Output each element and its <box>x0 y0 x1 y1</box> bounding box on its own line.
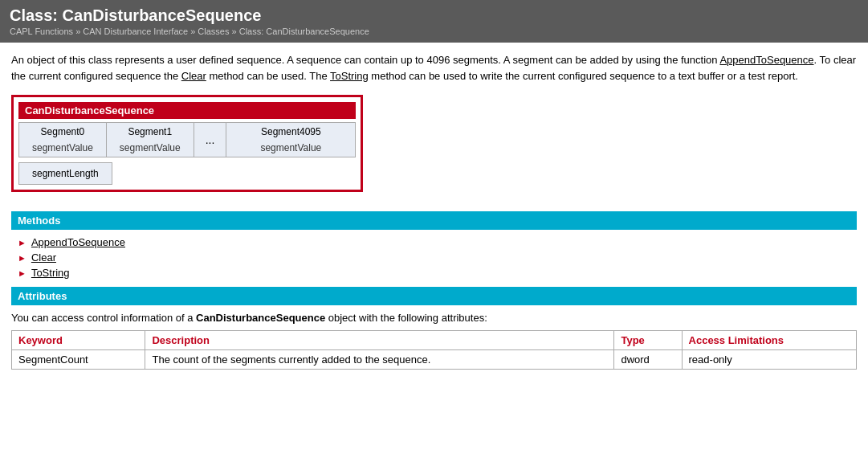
col-keyword: Keyword <box>12 331 145 350</box>
seg-name-1: Segment1 <box>120 126 181 137</box>
arrow-icon-2: ► <box>18 253 26 263</box>
header-bar: Class: CanDisturbanceSequence CAPL Funct… <box>0 0 868 43</box>
attributes-table: Keyword Description Type Access Limitati… <box>11 330 857 370</box>
attr-desc-prefix: You can access control information of a <box>11 312 196 324</box>
arrow-icon-3: ► <box>18 268 26 278</box>
table-cell-description: The count of the segments currently adde… <box>145 350 614 370</box>
desc-text3: method can be used. The <box>206 70 330 82</box>
page-title: Class: CanDisturbanceSequence <box>10 6 858 25</box>
method-item-appendtosequence: ► AppendToSequence <box>18 236 857 248</box>
appendtosequence-link[interactable]: AppendToSequence <box>719 54 813 66</box>
segment-length-row: segmentLength <box>18 162 356 185</box>
segment-ellipsis: ... <box>194 123 227 157</box>
arrow-icon-1: ► <box>18 238 26 247</box>
segment-length-box: segmentLength <box>18 162 112 185</box>
attr-desc-suffix: object with the following attributes: <box>325 312 487 324</box>
seg-val-4095: segmentValue <box>239 142 342 153</box>
method-item-tostring: ► ToString <box>18 267 857 279</box>
class-title: CanDisturbanceSequence <box>18 102 356 119</box>
col-description: Description <box>145 331 614 350</box>
main-content: An object of this class represents a use… <box>0 43 868 379</box>
method-item-clear: ► Clear <box>18 251 857 264</box>
methods-list: ► AppendToSequence ► Clear ► ToString <box>18 236 857 279</box>
seg-val-0: segmentValue <box>32 142 93 153</box>
desc-text4: method can be used to write the current … <box>369 70 798 82</box>
tostring-link-desc[interactable]: ToString <box>330 70 369 82</box>
seg-name-4095: Segment4095 <box>239 126 342 137</box>
method-link-clear[interactable]: Clear <box>31 251 56 264</box>
table-cell-keyword: SegmentCount <box>12 350 145 370</box>
seg-name-0: Segment0 <box>32 126 93 137</box>
segments-row: Segment0 segmentValue Segment1 segmentVa… <box>18 122 356 157</box>
table-row: SegmentCountThe count of the segments cu… <box>12 350 857 370</box>
table-cell-access: read-only <box>682 350 856 370</box>
table-cell-type: dword <box>614 350 682 370</box>
attr-class-name: CanDisturbanceSequence <box>196 312 325 324</box>
segment-cell-4095: Segment4095 segmentValue <box>226 123 355 157</box>
description-paragraph: An object of this class represents a use… <box>11 52 857 84</box>
segment-cell-0: Segment0 segmentValue <box>19 123 107 157</box>
breadcrumb: CAPL Functions » CAN Disturbance Interfa… <box>10 27 858 36</box>
desc-text1: An object of this class represents a use… <box>11 54 719 66</box>
col-access: Access Limitations <box>682 331 856 350</box>
method-link-tostring[interactable]: ToString <box>31 267 70 279</box>
attributes-header: Attributes <box>11 287 857 305</box>
col-type: Type <box>614 331 682 350</box>
methods-header: Methods <box>11 211 857 230</box>
segment-cell-1: Segment1 segmentValue <box>107 123 194 157</box>
attributes-description: You can access control information of a … <box>11 312 857 324</box>
method-link-appendtosequence[interactable]: AppendToSequence <box>31 236 125 248</box>
table-header-row: Keyword Description Type Access Limitati… <box>12 331 857 350</box>
seg-val-1: segmentValue <box>120 142 181 153</box>
class-diagram: CanDisturbanceSequence Segment0 segmentV… <box>11 95 363 192</box>
clear-link-desc[interactable]: Clear <box>181 70 206 82</box>
